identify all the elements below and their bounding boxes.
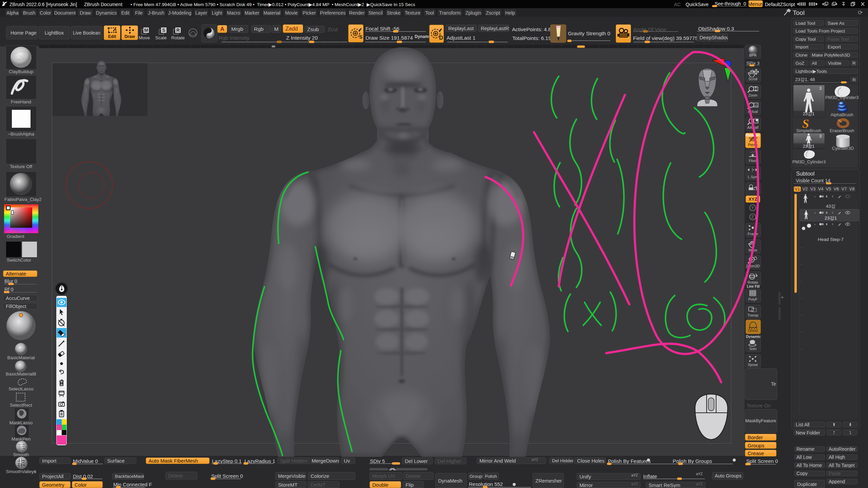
svg-text:S: S <box>359 34 362 40</box>
svg-text:Y: Y <box>751 206 754 210</box>
svg-text:Z: Z <box>751 215 754 219</box>
svg-text:S: S <box>162 27 165 33</box>
svg-text:D: D <box>439 35 443 41</box>
svg-text:⧈YZ: ⧈YZ <box>750 151 755 153</box>
svg-text:x1: x1 <box>754 104 758 107</box>
svg-text:M: M <box>144 27 148 33</box>
svg-text:R: R <box>176 27 180 33</box>
